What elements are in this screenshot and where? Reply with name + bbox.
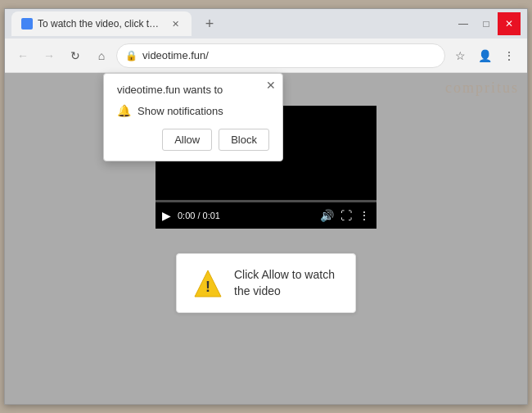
- allow-button[interactable]: Allow: [162, 129, 212, 151]
- notification-popup: ✕ videotime.fun wants to 🔔 Show notifica…: [103, 73, 283, 161]
- warning-text: Click Allow to watch the video: [234, 267, 339, 299]
- popup-buttons: Allow Block: [117, 129, 269, 151]
- popup-close-button[interactable]: ✕: [266, 79, 276, 92]
- minimize-button[interactable]: —: [452, 12, 475, 35]
- bookmark-button[interactable]: ☆: [449, 44, 471, 67]
- reload-button[interactable]: ↻: [64, 44, 87, 67]
- close-button[interactable]: ✕: [498, 12, 521, 35]
- video-controls: ▶ 0:00 / 0:01 🔊 ⛶ ⋮: [156, 202, 376, 229]
- fullscreen-button[interactable]: ⛶: [340, 209, 352, 222]
- menu-button[interactable]: ⋮: [498, 44, 521, 67]
- popup-notification-row: 🔔 Show notifications: [117, 104, 269, 117]
- svg-text:!: !: [205, 279, 210, 295]
- tab-title: To watch the video, click the Allo...: [38, 18, 164, 30]
- browser-window: To watch the video, click the Allo... ✕ …: [4, 8, 528, 405]
- tab-favicon: [21, 18, 33, 30]
- block-button[interactable]: Block: [219, 129, 269, 151]
- play-button[interactable]: ▶: [162, 209, 171, 222]
- tab-close-button[interactable]: ✕: [169, 17, 182, 30]
- profile-button[interactable]: 👤: [473, 44, 496, 67]
- back-button[interactable]: ←: [11, 44, 34, 67]
- browser-tab[interactable]: To watch the video, click the Allo... ✕: [11, 11, 192, 36]
- watermark: compritus: [445, 79, 519, 97]
- time-display: 0:00 / 0:01: [178, 211, 313, 220]
- volume-button[interactable]: 🔊: [320, 209, 334, 222]
- address-bar[interactable]: 🔒 videotime.fun/: [116, 43, 445, 68]
- warning-box: ! Click Allow to watch the video: [176, 253, 356, 313]
- forward-button[interactable]: →: [38, 44, 61, 67]
- toolbar-actions: ☆ 👤 ⋮: [449, 44, 521, 67]
- popup-title: videotime.fun wants to: [117, 84, 269, 96]
- lock-icon: 🔒: [125, 50, 138, 61]
- window-controls: — □ ✕: [452, 12, 521, 35]
- home-button[interactable]: ⌂: [90, 44, 113, 67]
- progress-bar[interactable]: [156, 200, 376, 202]
- bell-icon: 🔔: [117, 104, 131, 117]
- page-content: ✕ videotime.fun wants to 🔔 Show notifica…: [5, 73, 527, 404]
- title-bar: To watch the video, click the Allo... ✕ …: [5, 9, 527, 39]
- maximize-button[interactable]: □: [475, 12, 498, 35]
- toolbar: ← → ↻ ⌂ 🔒 videotime.fun/ ☆ 👤 ⋮: [5, 39, 527, 73]
- more-options-button[interactable]: ⋮: [358, 209, 370, 222]
- popup-notification-label: Show notifications: [138, 105, 223, 117]
- new-tab-button[interactable]: +: [198, 12, 221, 35]
- warning-icon: !: [193, 269, 223, 298]
- url-text: videotime.fun/: [142, 49, 209, 61]
